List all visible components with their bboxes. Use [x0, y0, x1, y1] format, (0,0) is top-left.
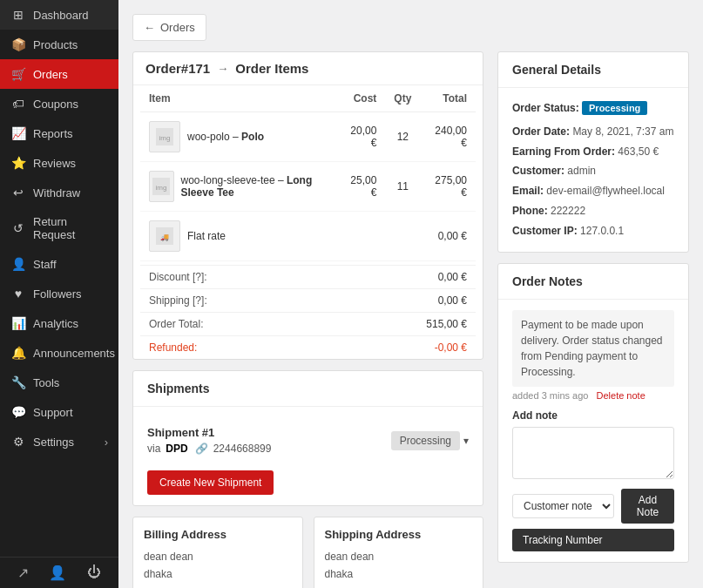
order-arrow-icon: → — [217, 62, 228, 75]
reports-icon: 📈 — [10, 126, 26, 140]
create-shipment-button[interactable]: Create New Shipment — [147, 470, 274, 495]
item-total: 275,00 € — [420, 162, 476, 212]
note-bubble: Payment to be made upon delivery. Order … — [512, 310, 674, 387]
shipment-info: Shipment #1 via DPD 🔗 2244668899 — [147, 426, 271, 455]
customer-row: Customer: admin — [512, 161, 674, 181]
order-number: Order#171 — [145, 61, 210, 76]
billing-details: dean dean dhaka kabul 1007 — [144, 548, 292, 588]
settings-icon: ⚙ — [10, 435, 26, 449]
table-row: 🚚 Flat rate 0,00 € — [140, 212, 476, 261]
earning-row: Earning From Order: 463,50 € — [512, 142, 674, 162]
orders-icon: 🛒 — [10, 67, 26, 81]
order-notes-body: Payment to be made upon delivery. Order … — [498, 300, 688, 562]
right-column: General Details Order Status: Processing… — [497, 51, 689, 588]
shipment-row: Shipment #1 via DPD 🔗 2244668899 Process… — [147, 417, 469, 463]
withdraw-icon: ↩ — [10, 186, 26, 199]
sidebar-item-support[interactable]: 💬 Support — [0, 397, 118, 427]
main-content: ← Orders Order#171 → Order Items Item — [118, 0, 703, 588]
item-thumbnail: img — [149, 171, 174, 202]
item-cost: 20,00 € — [335, 112, 385, 162]
discount-row: Discount [?]: 0,00 € — [140, 266, 476, 289]
sidebar-item-dashboard[interactable]: ⊞ Dashboard — [0, 0, 118, 30]
content-row: Order#171 → Order Items Item Cost Qty To… — [132, 51, 689, 588]
svg-text:🚚: 🚚 — [160, 233, 169, 241]
sidebar-item-return-request[interactable]: ↺ Return Request — [0, 207, 118, 249]
item-thumbnail: img — [149, 121, 180, 152]
items-table: Item Cost Qty Total — [140, 85, 476, 261]
note-type-select[interactable]: Customer note Private note — [512, 494, 614, 518]
order-date-row: Order Date: May 8, 2021, 7:37 am — [512, 122, 674, 142]
general-details-title: General Details — [498, 52, 688, 88]
shipping-address-card: Shipping Address dean dean dhaka kabul 1… — [314, 517, 484, 588]
item-qty: 11 — [385, 162, 420, 212]
shipments-body: Shipment #1 via DPD 🔗 2244668899 Process… — [133, 407, 483, 505]
billing-address-card: Billing Address dean dean dhaka kabul 10… — [132, 517, 303, 588]
shipping-row: Shipping [?]: 0,00 € — [140, 289, 476, 313]
coupons-icon: 🏷 — [10, 97, 26, 111]
sidebar-item-reports[interactable]: 📈 Reports — [0, 118, 118, 148]
sidebar-item-withdraw[interactable]: ↩ Withdraw — [0, 178, 118, 207]
external-link-icon[interactable]: ↗ — [17, 564, 29, 581]
shipping-title: Shipping Address — [325, 528, 473, 541]
delete-note-link[interactable]: Delete note — [597, 390, 646, 401]
shipping-details: dean dean dhaka kabul 1007 — [325, 548, 473, 588]
dashboard-icon: ⊞ — [10, 8, 26, 22]
sidebar-item-followers[interactable]: ♥ Followers — [0, 279, 118, 308]
order-subtitle: Order Items — [235, 61, 308, 76]
sidebar-item-tools[interactable]: 🔧 Tools — [0, 368, 118, 397]
order-status-row: Order Status: Processing — [512, 98, 674, 118]
sidebar-item-announcements[interactable]: 🔔 Announcements — [0, 338, 118, 368]
col-total: Total — [420, 85, 476, 112]
shipments-title: Shipments — [133, 371, 483, 407]
user-icon[interactable]: 👤 — [49, 564, 66, 581]
sidebar-item-products[interactable]: 📦 Products — [0, 30, 118, 59]
sidebar-item-analytics[interactable]: 📊 Analytics — [0, 308, 118, 338]
note-textarea[interactable] — [512, 427, 674, 479]
item-cost: 25,00 € — [335, 162, 385, 212]
item-thumbnail: 🚚 — [149, 220, 180, 252]
item-qty: 12 — [385, 112, 420, 162]
via-label: via — [147, 443, 160, 455]
billing-title: Billing Address — [144, 528, 292, 541]
sidebar-item-orders[interactable]: 🛒 Orders — [0, 59, 118, 89]
sidebar: ⊞ Dashboard 📦 Products 🛒 Orders 🏷 Coupon… — [0, 0, 118, 588]
table-row: img woo-polo – Polo 20,00 € 12 — [140, 112, 476, 162]
reviews-icon: ⭐ — [10, 156, 26, 170]
carrier-name: DPD — [166, 443, 187, 455]
tracking-number-button[interactable]: Tracking Number — [512, 529, 674, 551]
email-row: Email: dev-email@flywheel.local — [512, 181, 674, 201]
shipments-card: Shipments Shipment #1 via DPD 🔗 22446688… — [132, 370, 483, 506]
sidebar-item-settings[interactable]: ⚙ Settings › — [0, 427, 118, 456]
power-icon[interactable]: ⏻ — [87, 564, 101, 581]
status-badge: Processing — [582, 101, 647, 115]
support-icon: 💬 — [10, 405, 26, 419]
tracking-number: 2244668899 — [213, 443, 272, 455]
general-details-card: General Details Order Status: Processing… — [497, 51, 689, 253]
item-total: 240,00 € — [420, 112, 476, 162]
sidebar-bottom: ↗ 👤 ⏻ — [0, 557, 118, 588]
external-link-icon[interactable]: 🔗 — [195, 443, 208, 455]
analytics-icon: 📊 — [10, 316, 26, 330]
item-name-flat-rate: Flat rate — [187, 230, 226, 242]
return-icon: ↺ — [10, 221, 26, 235]
products-icon: 📦 — [10, 37, 26, 51]
ip-row: Customer IP: 127.0.0.1 — [512, 221, 674, 241]
breadcrumb-label: Orders — [160, 21, 195, 34]
item-name: woo-polo – Polo — [187, 131, 264, 143]
back-arrow-icon: ← — [144, 21, 155, 34]
sidebar-item-coupons[interactable]: 🏷 Coupons — [0, 89, 118, 118]
tools-icon: 🔧 — [10, 375, 26, 389]
sidebar-item-staff[interactable]: 👤 Staff — [0, 249, 118, 279]
chevron-down-icon[interactable]: ▾ — [463, 435, 469, 447]
add-note-button[interactable]: Add Note — [621, 489, 674, 524]
svg-text:img: img — [156, 184, 167, 192]
phone-row: Phone: 222222 — [512, 201, 674, 221]
breadcrumb[interactable]: ← Orders — [132, 14, 206, 41]
col-qty: Qty — [385, 85, 420, 112]
svg-text:img: img — [159, 134, 171, 142]
table-row: img woo-long-sleeve-tee – Long Sleeve Te… — [140, 162, 476, 212]
sidebar-item-reviews[interactable]: ⭐ Reviews — [0, 148, 118, 178]
order-notes-title: Order Notes — [498, 264, 688, 300]
shipment-status-badge: Processing — [391, 431, 460, 450]
note-meta: added 3 mins ago Delete note — [512, 390, 674, 401]
